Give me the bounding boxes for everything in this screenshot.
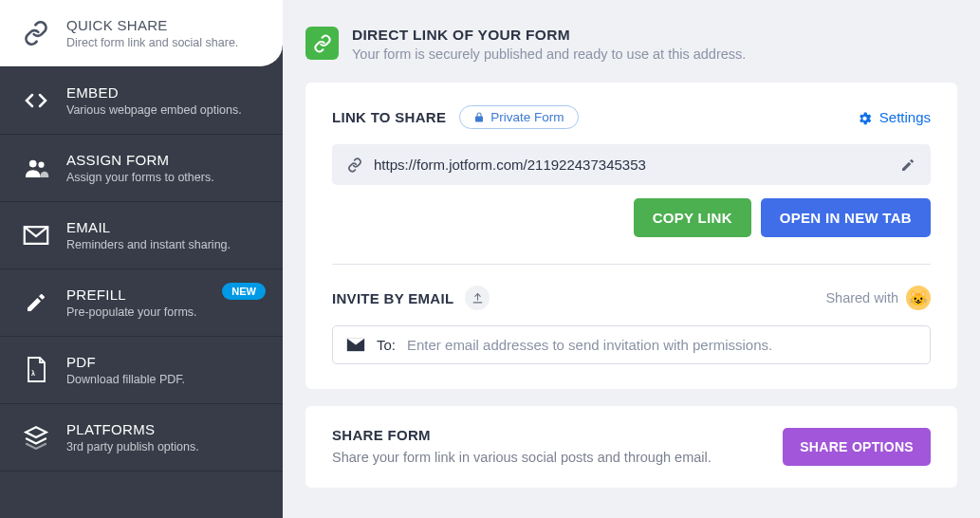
- svg-point-1: [38, 162, 44, 168]
- private-form-label: Private Form: [490, 110, 564, 124]
- sidebar-item-title: EMAIL: [66, 219, 264, 235]
- invite-section-title: INVITE BY EMAIL: [332, 290, 453, 306]
- sidebar-item-title: PLATFORMS: [66, 421, 264, 437]
- sidebar-item-email[interactable]: EMAIL Reminders and instant sharing.: [0, 202, 283, 269]
- sidebar-item-prefill[interactable]: PREFILL Pre-populate your forms. NEW: [0, 269, 283, 337]
- edit-url-icon[interactable]: [900, 157, 915, 173]
- share-options-button[interactable]: SHARE OPTIONS: [783, 428, 931, 466]
- form-url: https://form.jotform.com/211922437345353: [374, 157, 889, 173]
- sidebar-item-title: ASSIGN FORM: [66, 152, 264, 168]
- pdf-icon: λ: [19, 357, 53, 383]
- share-form-title: SHARE FORM: [332, 427, 712, 443]
- sidebar-item-subtitle: Direct form link and social share.: [66, 36, 264, 49]
- email-addresses-input[interactable]: [407, 337, 916, 353]
- sidebar-item-subtitle: Download fillable PDF.: [66, 373, 264, 386]
- sidebar-item-pdf[interactable]: λ PDF Download fillable PDF.: [0, 337, 283, 404]
- settings-link[interactable]: Settings: [857, 109, 931, 125]
- sidebar-item-title: PDF: [66, 354, 264, 370]
- svg-text:λ: λ: [31, 370, 35, 377]
- link-hero-icon: [305, 27, 339, 60]
- code-icon: [19, 89, 53, 112]
- sidebar-item-assign-form[interactable]: ASSIGN FORM Assign your forms to others.: [0, 135, 283, 202]
- private-form-pill[interactable]: Private Form: [459, 105, 578, 129]
- share-form-card: SHARE FORM Share your form link in vario…: [305, 406, 957, 488]
- url-box: https://form.jotform.com/211922437345353: [332, 144, 931, 185]
- people-icon: [19, 157, 53, 178]
- divider: [332, 264, 931, 265]
- open-new-tab-button[interactable]: OPEN IN NEW TAB: [761, 198, 931, 237]
- link-icon: [19, 20, 53, 46]
- sidebar-item-subtitle: Pre-populate your forms.: [66, 305, 264, 319]
- pencil-icon: [19, 291, 53, 314]
- svg-marker-3: [26, 427, 46, 437]
- settings-label: Settings: [879, 109, 931, 125]
- shared-with-label: Shared with: [825, 290, 898, 305]
- email-input-row: To:: [332, 325, 931, 364]
- hero-title: DIRECT LINK OF YOUR FORM: [352, 27, 746, 44]
- sidebar-item-subtitle: Various webpage embed options.: [66, 103, 264, 117]
- sidebar-item-platforms[interactable]: PLATFORMS 3rd party publish options.: [0, 404, 283, 472]
- copy-link-button[interactable]: COPY LINK: [634, 198, 751, 237]
- gear-icon: [857, 109, 873, 125]
- sidebar-item-subtitle: Reminders and instant sharing.: [66, 238, 264, 251]
- sidebar-item-quick-share[interactable]: QUICK SHARE Direct form link and social …: [0, 0, 283, 67]
- upload-icon[interactable]: [465, 286, 490, 310]
- layers-icon: [19, 425, 53, 450]
- new-badge: NEW: [222, 283, 266, 300]
- share-form-subtitle: Share your form link in various social p…: [332, 448, 712, 467]
- link-section-title: LINK TO SHARE: [332, 109, 446, 125]
- link-small-icon: [347, 157, 362, 173]
- hero-header: DIRECT LINK OF YOUR FORM Your form is se…: [305, 27, 957, 62]
- shared-avatar[interactable]: 😺: [906, 286, 931, 310]
- sidebar-item-subtitle: Assign your forms to others.: [66, 171, 264, 184]
- to-label: To:: [377, 337, 396, 353]
- sidebar-item-title: QUICK SHARE: [66, 17, 264, 33]
- hero-subtitle: Your form is securely published and read…: [352, 46, 746, 62]
- mail-icon: [346, 338, 365, 352]
- envelope-icon: [19, 226, 53, 245]
- svg-point-0: [29, 160, 37, 168]
- lock-icon: [473, 111, 485, 123]
- main-content: DIRECT LINK OF YOUR FORM Your form is se…: [283, 0, 980, 518]
- sidebar-item-title: EMBED: [66, 84, 264, 101]
- sidebar-item-subtitle: 3rd party publish options.: [66, 440, 264, 453]
- link-card: LINK TO SHARE Private Form Settings htt: [305, 83, 957, 389]
- shared-with: Shared with 😺: [825, 286, 931, 310]
- sidebar-item-embed[interactable]: EMBED Various webpage embed options.: [0, 67, 283, 135]
- sidebar: QUICK SHARE Direct form link and social …: [0, 0, 283, 518]
